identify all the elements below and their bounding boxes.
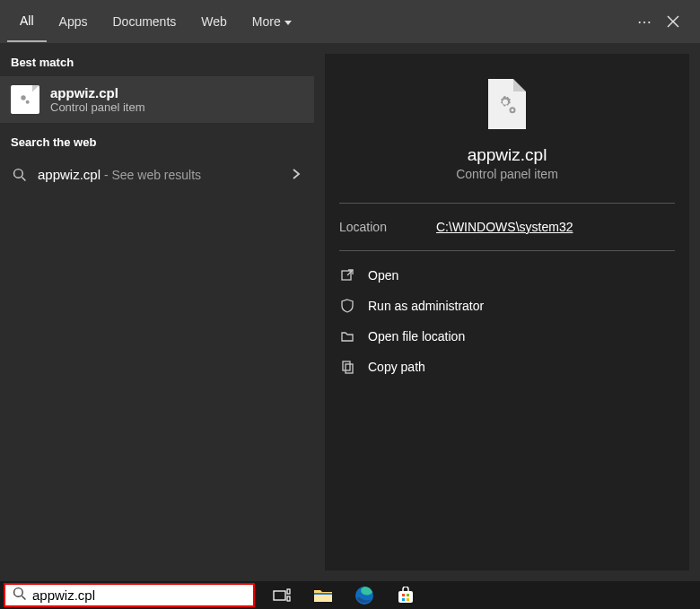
open-icon bbox=[339, 267, 355, 283]
svg-rect-14 bbox=[274, 591, 285, 600]
svg-rect-20 bbox=[402, 594, 405, 596]
action-label: Run as administrator bbox=[368, 299, 484, 313]
more-options-icon[interactable]: ⋯ bbox=[637, 13, 653, 30]
svg-point-2 bbox=[21, 95, 25, 100]
web-term: appwiz.cpl bbox=[38, 167, 101, 182]
chevron-right-icon bbox=[291, 165, 302, 184]
web-suffix: - See web results bbox=[101, 168, 201, 182]
search-web-label: Search the web bbox=[0, 123, 314, 156]
action-run-admin[interactable]: Run as administrator bbox=[339, 291, 675, 321]
tab-all[interactable]: All bbox=[7, 1, 47, 42]
results-panel: Best match appwiz.cpl Control panel item… bbox=[0, 43, 314, 581]
preview-title: appwiz.cpl bbox=[468, 145, 547, 165]
svg-rect-19 bbox=[398, 591, 413, 603]
copy-icon bbox=[339, 359, 355, 375]
action-open-location[interactable]: Open file location bbox=[339, 321, 675, 352]
file-explorer-icon[interactable] bbox=[312, 585, 334, 606]
cpl-file-icon bbox=[488, 79, 526, 129]
result-title: appwiz.cpl bbox=[50, 85, 145, 100]
search-input[interactable] bbox=[32, 587, 246, 603]
web-search-result[interactable]: appwiz.cpl - See web results bbox=[0, 156, 314, 193]
action-open[interactable]: Open bbox=[339, 260, 675, 291]
tab-more[interactable]: More bbox=[240, 2, 304, 41]
svg-rect-16 bbox=[287, 596, 290, 601]
action-label: Open bbox=[368, 268, 398, 283]
edge-icon[interactable] bbox=[354, 585, 375, 606]
location-value[interactable]: C:\WINDOWS\system32 bbox=[436, 220, 573, 234]
action-label: Open file location bbox=[368, 329, 465, 344]
tab-apps[interactable]: Apps bbox=[47, 2, 101, 41]
svg-rect-10 bbox=[343, 361, 350, 370]
folder-icon bbox=[339, 328, 355, 344]
best-match-label: Best match bbox=[0, 43, 314, 76]
taskbar-search[interactable] bbox=[4, 583, 255, 607]
action-copy-path[interactable]: Copy path bbox=[339, 352, 675, 382]
microsoft-store-icon[interactable] bbox=[395, 585, 416, 606]
svg-rect-21 bbox=[407, 594, 409, 596]
svg-point-7 bbox=[512, 109, 514, 111]
cpl-file-icon bbox=[11, 85, 39, 114]
shield-icon bbox=[339, 298, 355, 314]
svg-line-13 bbox=[22, 596, 25, 599]
close-button[interactable] bbox=[664, 13, 682, 30]
svg-rect-15 bbox=[287, 589, 290, 594]
svg-point-3 bbox=[26, 100, 30, 104]
svg-rect-22 bbox=[402, 598, 405, 601]
svg-point-4 bbox=[14, 169, 23, 178]
chevron-down-icon bbox=[284, 21, 292, 25]
tab-web[interactable]: Web bbox=[188, 2, 240, 41]
preview-panel: appwiz.cpl Control panel item Location C… bbox=[325, 54, 689, 570]
taskbar bbox=[0, 581, 700, 609]
tab-documents[interactable]: Documents bbox=[100, 2, 188, 41]
svg-rect-11 bbox=[346, 364, 353, 373]
svg-point-12 bbox=[14, 587, 23, 596]
result-subtitle: Control panel item bbox=[50, 100, 145, 114]
search-icon bbox=[13, 168, 27, 182]
svg-rect-8 bbox=[342, 271, 351, 280]
svg-rect-23 bbox=[407, 598, 409, 601]
location-label: Location bbox=[339, 220, 436, 234]
action-label: Copy path bbox=[368, 360, 425, 374]
svg-line-5 bbox=[22, 177, 25, 180]
best-match-result[interactable]: appwiz.cpl Control panel item bbox=[0, 76, 314, 123]
svg-rect-17 bbox=[314, 593, 332, 595]
task-view-icon[interactable] bbox=[271, 585, 293, 606]
search-icon bbox=[13, 587, 27, 605]
preview-subtitle: Control panel item bbox=[456, 167, 558, 181]
